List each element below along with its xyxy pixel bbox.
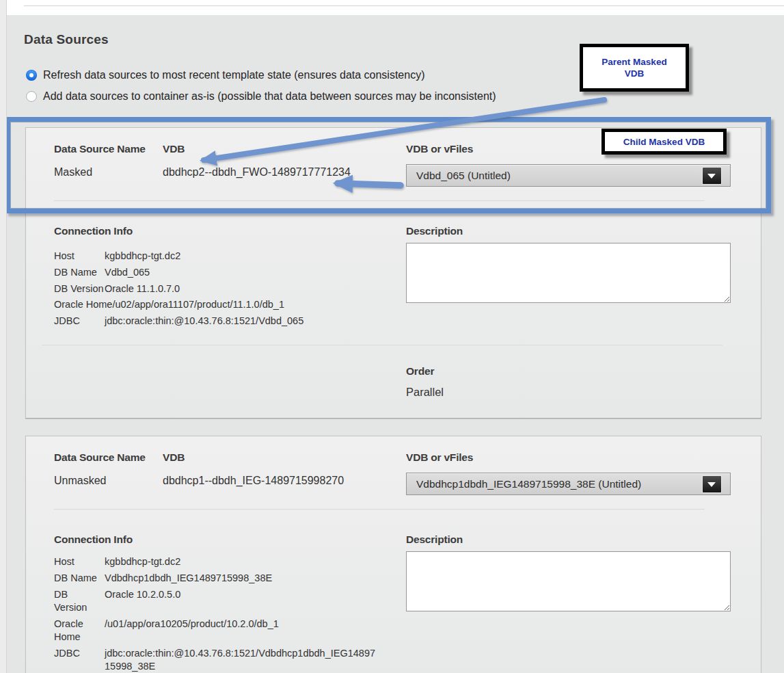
dropdown-toggle-button[interactable] xyxy=(703,168,721,184)
connection-info-list: Hostkgbbdhcp-tgt.dc2 DB NameVdbd_065 DB … xyxy=(54,248,303,330)
callout-child-text: Child Masked VDB xyxy=(623,136,705,148)
left-gutter xyxy=(0,0,7,673)
data-source-name-value: Unmasked xyxy=(54,475,106,487)
vdb-value: dbdhcp1--dbdh_IEG-1489715998270 xyxy=(163,475,344,487)
radio-selected-icon[interactable] xyxy=(26,70,37,81)
column-header-data-source-name: Data Source Name xyxy=(54,143,146,155)
column-header-vdb: VDB xyxy=(163,143,185,155)
connection-info-title: Connection Info xyxy=(54,225,133,237)
connection-row-db-name: DB NameVdbdhcp1dbdh_IEG1489715998_38E xyxy=(54,572,381,585)
callout-parent-text: Parent Masked VDB xyxy=(601,56,666,79)
connection-value: Oracle 11.1.0.7.0 xyxy=(105,283,180,294)
radio-option-add-asis-label: Add data sources to container as-is (pos… xyxy=(43,90,496,103)
connection-info-title: Connection Info xyxy=(54,533,133,546)
connection-value: Vdbdhcp1dbdh_IEG1489715998_38E xyxy=(105,572,379,585)
vdb-or-vfiles-dropdown[interactable]: Vdbdhcp1dbdh_IEG1489715998_38E (Untitled… xyxy=(406,473,731,495)
radio-option-refresh[interactable]: Refresh data sources to most recent temp… xyxy=(26,68,425,82)
connection-row-jdbc: JDBCjdbc:oracle:thin:@10.43.76.8:1521/Vd… xyxy=(54,313,303,330)
data-source-name-value: Masked xyxy=(54,166,92,179)
top-divider xyxy=(24,5,784,6)
radio-dot xyxy=(29,73,33,77)
connection-row-jdbc: JDBCjdbc:oracle:thin:@10.43.76.8:1521/Vd… xyxy=(54,647,381,673)
divider xyxy=(42,345,722,345)
connection-value: Vdbd_065 xyxy=(105,267,150,278)
column-header-vdb-or-vfiles: VDB or vFiles xyxy=(406,451,473,464)
connection-row-host: Hostkgbbdhcp-tgt.dc2 xyxy=(54,248,303,265)
connection-label: Oracle Home xyxy=(54,618,103,644)
connection-row-db-name: DB NameVdbd_065 xyxy=(54,265,303,281)
description-title: Description xyxy=(406,533,463,546)
connection-value: Oracle 10.2.0.5.0 xyxy=(105,588,379,614)
divider xyxy=(54,200,705,201)
column-header-data-source-name: Data Source Name xyxy=(54,451,146,464)
vdb-or-vfiles-dropdown[interactable]: Vdbd_065 (Untitled) xyxy=(406,164,731,187)
vdb-or-vfiles-dropdown-value: Vdbdhcp1dbdh_IEG1489715998_38E (Untitled… xyxy=(416,473,641,494)
dropdown-toggle-button[interactable] xyxy=(703,476,721,492)
order-title: Order xyxy=(406,365,434,378)
connection-label: Oracle Home xyxy=(54,297,112,313)
connection-label: Host xyxy=(54,248,105,265)
callout-child-masked-vdb: Child Masked VDB xyxy=(601,129,727,155)
callout-parent-line1: Parent Masked xyxy=(601,56,666,68)
connection-value: jdbc:oracle:thin:@10.43.76.8:1521/Vdbd_0… xyxy=(105,315,303,326)
connection-info-list: Hostkgbbdhcp-tgt.dc2 DB NameVdbdhcp1dbdh… xyxy=(54,555,381,673)
description-title: Description xyxy=(406,225,463,237)
vdb-or-vfiles-dropdown-value: Vdbd_065 (Untitled) xyxy=(416,165,511,186)
divider xyxy=(54,509,705,510)
radio-option-refresh-label: Refresh data sources to most recent temp… xyxy=(43,69,425,81)
connection-row-oracle-home: Oracle Home/u01/app/ora10205/product/10.… xyxy=(54,618,381,644)
chevron-down-icon xyxy=(707,174,716,179)
chevron-down-icon xyxy=(707,482,716,487)
column-header-vdb: VDB xyxy=(163,451,185,464)
connection-value: kgbbdhcp-tgt.dc2 xyxy=(105,555,379,568)
connection-value: kgbbdhcp-tgt.dc2 xyxy=(105,250,180,261)
connection-label: JDBC xyxy=(54,647,103,673)
connection-row-host: Hostkgbbdhcp-tgt.dc2 xyxy=(54,555,381,568)
data-source-card-masked: Data Source Name VDB VDB or vFiles Maske… xyxy=(25,127,761,419)
radio-option-add-asis[interactable]: Add data sources to container as-is (pos… xyxy=(26,90,496,103)
callout-parent-masked-vdb: Parent Masked VDB xyxy=(580,44,689,92)
connection-row-db-version: DB VersionOracle 11.1.0.7.0 xyxy=(54,281,303,298)
top-band xyxy=(0,0,784,15)
connection-value: /u02/app/ora11107/product/11.1.0/db_1 xyxy=(112,299,284,310)
data-source-card-unmasked: Data Source Name VDB VDB or vFiles Unmas… xyxy=(25,436,761,673)
vdb-value: dbdhcp2--dbdh_FWO-1489717771234 xyxy=(163,166,351,179)
connection-value: jdbc:oracle:thin:@10.43.76.8:1521/Vdbdhc… xyxy=(105,647,379,673)
connection-label: DB Version xyxy=(54,281,105,298)
description-textarea[interactable] xyxy=(406,243,731,303)
connection-value: /u01/app/ora10205/product/10.2.0/db_1 xyxy=(105,618,379,644)
connection-label: DB Version xyxy=(54,588,103,614)
column-header-vdb-or-vfiles: VDB or vFiles xyxy=(406,143,473,155)
connection-label: Host xyxy=(54,555,103,568)
connection-label: JDBC xyxy=(54,313,105,330)
description-textarea[interactable] xyxy=(406,551,731,611)
page-title: Data Sources xyxy=(24,32,109,47)
connection-row-db-version: DB VersionOracle 10.2.0.5.0 xyxy=(54,588,381,614)
order-value: Parallel xyxy=(406,386,444,399)
connection-row-oracle-home: Oracle Home/u02/app/ora11107/product/11.… xyxy=(54,297,303,313)
connection-label: DB Name xyxy=(54,572,103,585)
radio-unselected-icon[interactable] xyxy=(26,91,37,102)
callout-parent-line2: VDB xyxy=(601,68,666,79)
connection-label: DB Name xyxy=(54,265,105,281)
